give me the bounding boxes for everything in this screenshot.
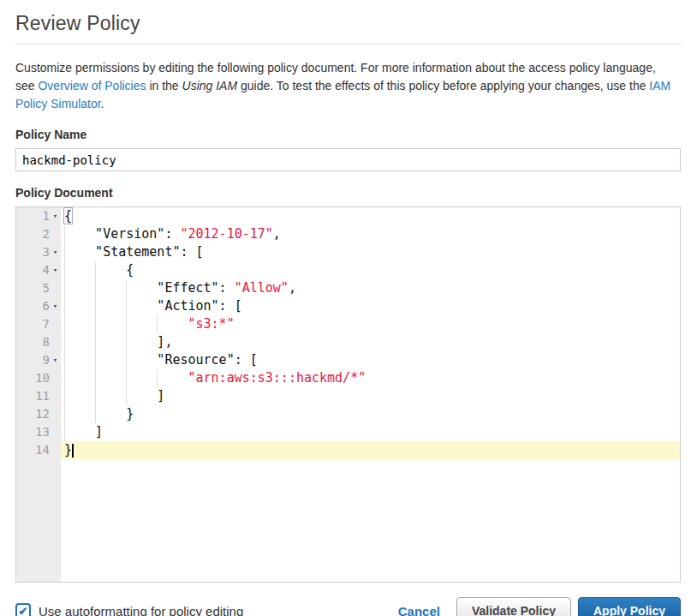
code-text bbox=[64, 316, 188, 332]
line-number: 7 bbox=[43, 315, 50, 333]
fold-arrow-icon[interactable]: ▾ bbox=[50, 243, 61, 261]
editor-gutter: 1▾23▾4▾56▾789▾1011121314 bbox=[16, 207, 61, 582]
gutter-row: 1▾ bbox=[16, 207, 61, 225]
gutter-row: 12 bbox=[16, 405, 61, 423]
fold-arrow-icon[interactable]: ▾ bbox=[50, 207, 61, 225]
code-line[interactable]: ] bbox=[61, 423, 680, 441]
code-text: { bbox=[64, 208, 72, 224]
page-title: Review Policy bbox=[15, 12, 681, 35]
line-number: 12 bbox=[35, 405, 50, 423]
overview-of-policies-link[interactable]: Overview of Policies bbox=[38, 79, 146, 93]
line-number: 8 bbox=[43, 333, 50, 351]
gutter-row: 8 bbox=[16, 333, 61, 351]
autoformat-checkbox[interactable]: ✔ bbox=[15, 603, 31, 616]
code-text: "Resource": [ bbox=[64, 352, 258, 368]
intro-paragraph: Customize permissions by editing the fol… bbox=[15, 59, 675, 113]
cancel-link[interactable]: Cancel bbox=[398, 604, 440, 616]
footer-bar: ✔ Use autoformatting for policy editing … bbox=[15, 597, 681, 616]
line-number: 3 bbox=[43, 243, 50, 261]
policy-document-editor[interactable]: 1▾23▾4▾56▾789▾1011121314 { "Version": "2… bbox=[15, 206, 681, 583]
line-number: 5 bbox=[43, 279, 50, 297]
line-number: 4 bbox=[43, 261, 50, 279]
code-text: , bbox=[273, 226, 281, 242]
gutter-row: 4▾ bbox=[16, 261, 61, 279]
policy-name-label: Policy Name bbox=[15, 128, 681, 141]
code-line[interactable]: "s3:*" bbox=[61, 315, 680, 333]
code-line[interactable]: } bbox=[61, 405, 680, 423]
intro-text-2: in the bbox=[146, 79, 182, 93]
code-string: "2012-10-17" bbox=[180, 226, 272, 242]
title-divider bbox=[15, 44, 681, 45]
intro-text-4: . bbox=[101, 97, 104, 111]
gutter-row: 9▾ bbox=[16, 351, 61, 369]
code-line[interactable]: "Version": "2012-10-17", bbox=[61, 225, 680, 243]
code-text: , bbox=[289, 280, 296, 296]
fold-arrow-icon[interactable]: ▾ bbox=[50, 351, 61, 369]
line-number: 2 bbox=[43, 225, 50, 243]
validate-policy-button[interactable]: Validate Policy bbox=[456, 597, 571, 616]
code-text: } bbox=[64, 442, 72, 458]
text-cursor bbox=[72, 444, 74, 458]
code-text: "Version": bbox=[64, 226, 180, 242]
code-text bbox=[64, 370, 188, 386]
action-buttons: Cancel Validate Policy Apply Policy bbox=[398, 597, 681, 616]
code-text: ], bbox=[64, 334, 172, 350]
line-number: 9 bbox=[43, 351, 50, 369]
gutter-row: 7 bbox=[16, 315, 61, 333]
using-iam-guide-name: Using IAM bbox=[182, 79, 238, 93]
code-text: } bbox=[64, 406, 134, 422]
code-string: "Allow" bbox=[235, 280, 289, 296]
code-line[interactable]: ], bbox=[61, 333, 680, 351]
code-line[interactable]: } bbox=[61, 441, 680, 459]
fold-arrow-icon[interactable]: ▾ bbox=[50, 261, 61, 279]
line-number: 14 bbox=[35, 441, 50, 459]
gutter-row: 3▾ bbox=[16, 243, 61, 261]
code-line[interactable]: ] bbox=[61, 387, 680, 405]
code-text: "Effect": bbox=[64, 280, 235, 296]
fold-arrow-icon[interactable]: ▾ bbox=[50, 297, 61, 315]
code-line[interactable]: "Statement": [ bbox=[61, 243, 680, 261]
code-line[interactable]: "arn:aws:s3:::hackmd/*" bbox=[61, 369, 680, 387]
code-string: "arn:aws:s3:::hackmd/*" bbox=[188, 370, 366, 386]
gutter-row: 10 bbox=[16, 369, 61, 387]
code-line[interactable]: { bbox=[61, 261, 680, 279]
code-string: "s3:*" bbox=[188, 316, 235, 332]
gutter-row: 13 bbox=[16, 423, 61, 441]
code-text: "Statement": [ bbox=[64, 244, 204, 260]
autoformat-checkbox-group[interactable]: ✔ Use autoformatting for policy editing bbox=[15, 603, 243, 616]
code-text: "Action": [ bbox=[64, 298, 242, 314]
code-text: ] bbox=[64, 424, 103, 440]
policy-document-label: Policy Document bbox=[15, 186, 681, 200]
gutter-row: 11 bbox=[16, 387, 61, 405]
line-number: 11 bbox=[35, 387, 50, 405]
intro-text-3: guide. To test the effects of this polic… bbox=[237, 79, 649, 93]
editor-code[interactable]: { "Version": "2012-10-17", "Statement": … bbox=[61, 207, 680, 582]
gutter-row: 5 bbox=[16, 279, 61, 297]
code-text: { bbox=[64, 262, 134, 278]
line-number: 6 bbox=[43, 297, 50, 315]
policy-name-input[interactable] bbox=[15, 148, 681, 171]
code-line[interactable]: "Resource": [ bbox=[61, 351, 680, 369]
gutter-row: 6▾ bbox=[16, 297, 61, 315]
code-line[interactable]: { bbox=[61, 207, 680, 225]
line-number: 10 bbox=[35, 369, 50, 387]
line-number: 1 bbox=[43, 207, 50, 225]
review-policy-page: Review Policy Customize permissions by e… bbox=[0, 0, 697, 616]
gutter-row: 14 bbox=[16, 441, 61, 459]
code-text: ] bbox=[64, 388, 164, 404]
line-number: 13 bbox=[35, 423, 50, 441]
gutter-row: 2 bbox=[16, 225, 61, 243]
code-line[interactable]: "Effect": "Allow", bbox=[61, 279, 680, 297]
code-line[interactable]: "Action": [ bbox=[61, 297, 680, 315]
apply-policy-button[interactable]: Apply Policy bbox=[578, 597, 681, 616]
autoformat-label: Use autoformatting for policy editing bbox=[39, 604, 243, 616]
